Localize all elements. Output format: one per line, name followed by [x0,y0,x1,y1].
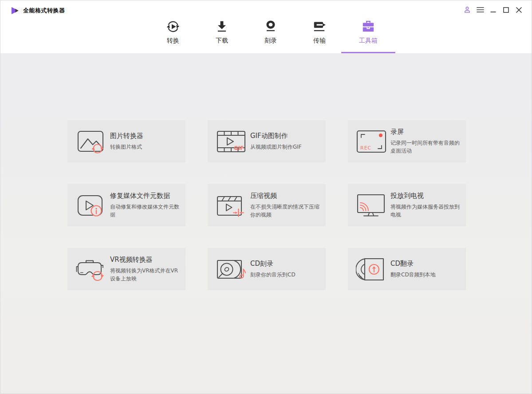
tab-toolbox-label: 工具箱 [359,37,378,45]
header: 全能格式转换器 [0,0,532,53]
card-desc: 自动修复和修改媒体文件元数据 [110,203,181,219]
card-title: VR视频转换器 [110,256,181,264]
tab-convert[interactable]: 转换 [149,16,197,53]
card-desc: 转换图片格式 [110,143,143,151]
tab-download[interactable]: 下载 [197,16,246,53]
svg-text:REC: REC [360,145,371,151]
app-logo-icon [11,7,19,15]
tab-burn-label: 刻录 [264,37,277,45]
tab-convert-label: 转换 [167,37,179,45]
cast-to-tv-icon [355,190,389,221]
card-desc: 将视频作为媒体服务器投放到电视 [390,203,461,219]
card-vr-converter[interactable]: VR视频转换器 将视频转换为VR格式并在VR设备上放映 [67,248,185,290]
card-title: 录屏 [390,128,461,136]
vr-converter-icon [75,254,108,285]
gif-maker-icon: GIF [215,126,248,157]
card-title: 压缩视频 [250,192,321,200]
image-converter-icon [75,126,108,157]
card-title: GIF动图制作 [250,132,302,140]
card-desc: 记录同一时间所有带有音频的桌面活动 [390,139,461,155]
convert-icon [166,16,181,34]
titlebar: 全能格式转换器 [11,7,65,15]
cd-rip-icon [355,254,389,285]
minimize-icon[interactable] [488,6,498,14]
burn-icon [263,16,278,34]
tab-toolbox[interactable]: 工具箱 [344,16,393,53]
main-nav: 转换 下载 刻录 [149,16,393,53]
tab-burn[interactable]: 刻录 [246,16,295,53]
download-icon [214,16,229,34]
close-icon[interactable] [514,6,524,14]
card-title: CD翻录 [390,260,436,268]
fix-metadata-icon [75,190,108,221]
card-desc: 翻录CD音频到本地 [390,271,436,279]
screen-record-icon: REC [355,126,389,157]
app-title: 全能格式转换器 [23,7,65,15]
card-cd-rip[interactable]: CD翻录 翻录CD音频到本地 [348,248,466,290]
compress-video-icon [215,190,248,221]
toolbox-icon [361,16,376,34]
card-image-converter[interactable]: 图片转换器 转换图片格式 [67,120,185,162]
card-fix-metadata[interactable]: 修复媒体文件元数据 自动修复和修改媒体文件元数据 [67,184,185,226]
card-desc: 将视频转换为VR格式并在VR设备上放映 [110,267,181,283]
svg-text:GIF: GIF [234,145,244,151]
toolbox-cards-grid: 图片转换器 转换图片格式 GIF GIF动图制作 从视频或图片制作GIF [67,120,466,290]
window-controls [462,6,524,14]
tab-transfer-label: 传输 [313,37,326,45]
cd-burn-icon [215,254,248,285]
app-window: { "window": { "title": "全能格式转换器", "contr… [0,0,532,394]
menu-icon[interactable] [475,6,485,14]
tab-download-label: 下载 [216,37,228,45]
transfer-icon [312,16,327,34]
card-desc: 在不损失清晰度的情况下压缩你的视频 [250,203,321,219]
card-cast-to-tv[interactable]: 投放到电视 将视频作为媒体服务器投放到电视 [348,184,466,226]
card-title: 修复媒体文件元数据 [110,192,181,200]
card-desc: 从视频或图片制作GIF [250,143,302,151]
account-icon[interactable] [462,6,472,14]
card-title: 投放到电视 [390,192,461,200]
card-title: 图片转换器 [110,132,143,140]
card-screen-record[interactable]: REC 录屏 记录同一时间所有带有音频的桌面活动 [348,120,466,162]
card-title: CD刻录 [250,260,296,268]
card-gif-maker[interactable]: GIF GIF动图制作 从视频或图片制作GIF [208,120,326,162]
tab-transfer[interactable]: 传输 [295,16,344,53]
maximize-icon[interactable] [501,6,511,14]
card-compress-video[interactable]: 压缩视频 在不损失清晰度的情况下压缩你的视频 [208,184,326,226]
card-desc: 刻录你的音乐到CD [250,271,296,279]
card-cd-burn[interactable]: CD刻录 刻录你的音乐到CD [208,248,326,290]
